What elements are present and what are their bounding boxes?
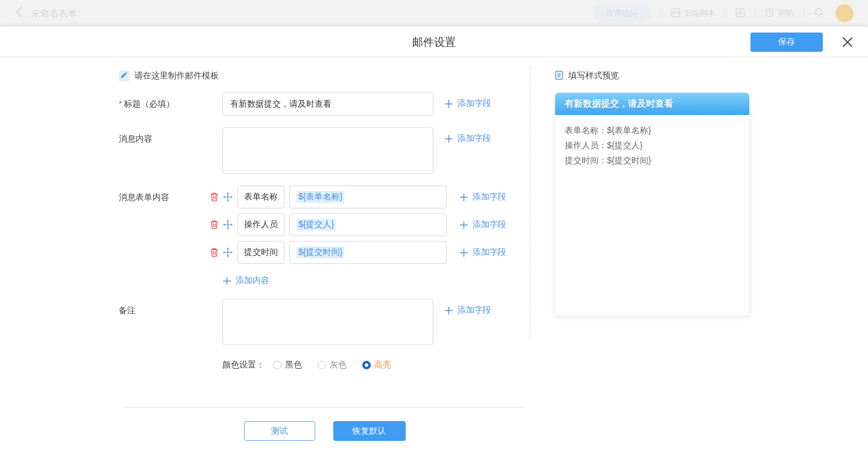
avatar[interactable] — [835, 4, 854, 22]
divider — [804, 8, 804, 18]
field-value-input[interactable]: ${提交人} — [289, 213, 447, 236]
restore-default-button[interactable]: 恢复默认 — [333, 421, 406, 441]
document-icon — [555, 70, 564, 82]
radio-icon — [273, 361, 281, 369]
preview-panel: 填写样式预览 有新数据提交，请及时查看 表单名称：${表单名称} 操作人员：${… — [555, 70, 750, 316]
contacts-button[interactable] — [735, 8, 745, 19]
divider — [661, 8, 661, 18]
bell-icon — [814, 7, 823, 19]
delete-icon[interactable] — [209, 220, 219, 230]
email-preview-card: 有新数据提交，请及时查看 表单名称：${表单名称} 操作人员：${提交人} 提交… — [555, 92, 750, 316]
radio-option-black[interactable]: 黑色 — [273, 360, 302, 370]
field-token: ${提交时间} — [297, 246, 344, 258]
field-name-input[interactable] — [237, 241, 285, 264]
email-template-form: 请在这里制作邮件模板 *标题（必填） 添加字段 消息内容 — [119, 57, 530, 441]
required-mark: * — [119, 99, 122, 108]
contacts-icon — [735, 8, 745, 19]
app-access-button[interactable]: 应用访问 — [593, 4, 651, 22]
table-row: ${表单名称} 添加字段 — [209, 186, 506, 208]
divider — [725, 8, 726, 18]
add-field-link-row1[interactable]: 添加字段 — [459, 192, 506, 202]
move-icon[interactable] — [223, 220, 233, 230]
code-icon — [671, 8, 681, 19]
plus-icon — [444, 99, 453, 108]
help-button[interactable]: 帮助 — [765, 8, 794, 19]
preview-card-title: 有新数据提交，请及时查看 — [565, 98, 673, 110]
add-field-link-message[interactable]: 添加字段 — [444, 133, 491, 144]
plus-icon — [459, 193, 468, 202]
radio-icon — [362, 361, 371, 369]
form-title: 未命名表单 — [31, 8, 77, 19]
title-field-label: *标题（必填） — [119, 92, 222, 109]
delete-icon[interactable] — [209, 248, 219, 257]
move-icon[interactable] — [223, 192, 233, 202]
backend-script-button[interactable]: 后端脚本 — [671, 8, 715, 19]
title-input[interactable] — [222, 92, 433, 116]
add-field-link-row2[interactable]: 添加字段 — [459, 219, 506, 230]
notifications-button[interactable] — [814, 7, 823, 19]
modal-header: 邮件设置 保存 — [0, 27, 868, 57]
add-content-link[interactable]: 添加内容 — [222, 275, 269, 286]
radio-option-gray[interactable]: 灰色 — [318, 360, 347, 370]
pencil-icon — [119, 70, 130, 81]
move-icon[interactable] — [223, 248, 233, 257]
preview-line: 操作人员：${提交人} — [565, 138, 740, 153]
add-field-link-title[interactable]: 添加字段 — [444, 98, 491, 109]
field-value-input[interactable]: ${表单名称} — [289, 186, 447, 208]
modal-title: 邮件设置 — [0, 27, 868, 57]
close-icon[interactable] — [841, 36, 854, 48]
plus-icon — [444, 134, 453, 143]
message-textarea[interactable] — [222, 127, 433, 174]
field-value-input[interactable]: ${提交时间} — [289, 241, 447, 264]
divider — [755, 8, 755, 18]
preview-heading: 填写样式预览 — [555, 70, 750, 81]
save-button[interactable]: 保存 — [750, 33, 823, 52]
table-field-label: 消息表单内容 — [119, 186, 209, 203]
plus-icon — [459, 220, 468, 230]
field-token: ${提交人} — [297, 219, 336, 231]
delete-icon[interactable] — [209, 192, 219, 202]
color-setting-label: 颜色设置： — [222, 360, 265, 370]
help-icon — [765, 8, 775, 19]
table-row: ${提交时间} 添加字段 — [209, 241, 506, 264]
field-token: ${表单名称} — [297, 191, 344, 203]
plus-icon — [444, 306, 453, 315]
message-field-label: 消息内容 — [119, 127, 222, 144]
notes-textarea[interactable] — [222, 299, 433, 345]
email-settings-modal: 邮件设置 保存 请在这里制作邮件模板 *标题（必填） — [0, 27, 868, 456]
field-name-input[interactable] — [237, 186, 285, 208]
preview-line: 提交时间：${提交时间} — [565, 153, 740, 168]
field-name-input[interactable] — [237, 213, 285, 236]
add-field-link-notes[interactable]: 添加字段 — [444, 305, 491, 316]
section-divider — [530, 66, 530, 340]
template-hint: 请在这里制作邮件模板 — [119, 70, 530, 81]
plus-icon — [222, 276, 231, 286]
preview-line: 表单名称：${表单名称} — [565, 123, 740, 138]
radio-icon — [318, 361, 326, 369]
preview-card-header: 有新数据提交，请及时查看 — [555, 93, 749, 115]
radio-option-highlight[interactable]: 高亮 — [362, 360, 391, 370]
back-chevron-icon[interactable] — [16, 7, 23, 20]
color-setting: 颜色设置： 黑色 灰色 高亮 — [222, 360, 530, 370]
test-button[interactable]: 测试 — [244, 421, 315, 441]
plus-icon — [459, 248, 468, 257]
add-field-link-row3[interactable]: 添加字段 — [459, 247, 506, 258]
notes-field-label: 备注 — [119, 299, 222, 316]
topbar: 未命名表单 应用访问 后端脚本 帮助 — [0, 0, 868, 27]
divider — [124, 407, 524, 408]
table-row: ${提交人} 添加字段 — [209, 213, 506, 236]
